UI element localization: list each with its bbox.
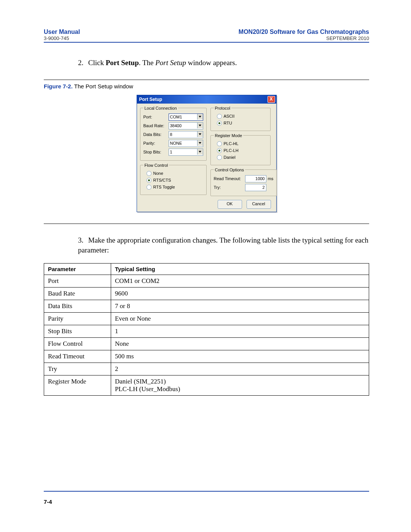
value-cell: 2 — [111, 363, 369, 375]
figure-label: Figure 7-2. — [44, 83, 73, 89]
read-timeout-input[interactable]: 1000 — [245, 175, 266, 182]
svg-marker-0 — [199, 116, 201, 117]
step-3-num: 3. — [78, 235, 86, 246]
register-mode-group: Register Mode PLC-HL PLC-LH Daniel — [210, 133, 271, 165]
value-cell: 1 — [111, 325, 369, 337]
table-row: Baud Rate9600 — [44, 287, 369, 300]
table-row: ParityEven or None — [44, 312, 369, 325]
protocol-legend: Protocol — [214, 106, 231, 110]
cancel-button[interactable]: Cancel — [247, 200, 271, 209]
protocol-ascii-radio[interactable]: ASCII — [217, 114, 267, 119]
dialog-title: Port Setup — [139, 97, 162, 102]
step-2-italic: Port Setup — [155, 59, 186, 67]
table-row: Data Bits7 or 8 — [44, 300, 369, 312]
table-row: Read Timeout500 ms — [44, 350, 369, 363]
chevron-down-icon — [197, 123, 203, 128]
page-subheader: 3-9000-745 SEPTEMBER 2010 — [44, 35, 369, 43]
page-number: 7-4 — [44, 498, 369, 505]
register-mode-legend: Register Mode — [214, 133, 244, 138]
flow-control-group: Flow Control None RTS/CTS RTS Toggle — [140, 163, 207, 195]
regmode-plclh-radio[interactable]: PLC-LH — [217, 148, 267, 153]
svg-marker-1 — [199, 125, 201, 126]
step-2-pre: Click — [88, 59, 106, 67]
parameter-table: Parameter Typical Setting PortCOM1 or CO… — [44, 263, 369, 396]
step-2: 2. Click Port Setup. The Port Setup wind… — [78, 58, 369, 68]
databits-select[interactable]: 8 — [169, 131, 203, 138]
footer-rule — [44, 491, 369, 492]
value-cell: COM1 or COM2 — [111, 275, 369, 287]
table-row: PortCOM1 or COM2 — [44, 275, 369, 287]
step-2-num: 2. — [78, 58, 86, 68]
parity-label: Parity: — [143, 141, 167, 145]
control-options-group: Control Options Read Timeout: 1000 ms Tr… — [210, 168, 277, 196]
doc-number: 3-9000-745 — [44, 35, 69, 41]
value-cell: Even or None — [111, 312, 369, 325]
value-cell: 500 ms — [111, 350, 369, 363]
figure-caption: Figure 7-2. The Port Setup window — [44, 83, 369, 89]
svg-marker-4 — [199, 151, 201, 152]
step-2-post: window appears. — [186, 59, 237, 67]
read-timeout-label: Read Timeout: — [214, 176, 244, 181]
protocol-group: Protocol ASCII RTU — [210, 106, 271, 131]
header-left: User Manual — [44, 29, 80, 35]
param-cell: Read Timeout — [44, 350, 111, 363]
local-connection-group: Local Connection Port: COM1 Baud Rate: 3… — [140, 106, 207, 161]
port-select[interactable]: COM1 — [169, 113, 203, 121]
control-options-legend: Control Options — [214, 168, 245, 172]
svg-marker-3 — [199, 142, 201, 144]
table-header-setting: Typical Setting — [111, 263, 369, 275]
param-cell: Data Bits — [44, 300, 111, 312]
port-setup-dialog: Port Setup X Local Connection Port: COM1 — [137, 95, 277, 212]
svg-marker-2 — [199, 133, 201, 135]
step-2-bold: Port Setup — [106, 59, 139, 67]
regmode-daniel-radio[interactable]: Daniel — [217, 155, 267, 160]
step-3-text: Make the appropriate configuration chang… — [78, 236, 368, 254]
param-cell: Flow Control — [44, 337, 111, 350]
baud-select[interactable]: 38400 — [169, 122, 203, 129]
step-3: 3. Make the appropriate configuration ch… — [78, 235, 369, 256]
baud-label: Baud Rate: — [143, 123, 167, 128]
param-cell: Register Mode — [44, 375, 111, 395]
protocol-rtu-radio[interactable]: RTU — [217, 121, 267, 126]
dialog-titlebar[interactable]: Port Setup X — [137, 95, 276, 104]
figure-rule-bottom — [44, 224, 369, 224]
try-input[interactable]: 2 — [245, 184, 266, 191]
close-button[interactable]: X — [268, 96, 275, 103]
stopbits-select[interactable]: 1 — [169, 149, 203, 156]
value-cell: 7 or 8 — [111, 300, 369, 312]
table-row: Stop Bits1 — [44, 325, 369, 337]
chevron-down-icon — [197, 140, 203, 146]
flow-control-legend: Flow Control — [143, 163, 169, 168]
read-timeout-unit: ms — [268, 176, 274, 181]
table-row: Flow ControlNone — [44, 337, 369, 350]
databits-label: Data Bits: — [143, 132, 167, 137]
stopbits-label: Stop Bits: — [143, 150, 167, 154]
flow-rtscts-radio[interactable]: RTS/CTS — [147, 178, 203, 183]
chevron-down-icon — [197, 114, 203, 120]
value-cell: 9600 — [111, 287, 369, 300]
param-cell: Parity — [44, 312, 111, 325]
chevron-down-icon — [197, 149, 203, 155]
param-cell: Baud Rate — [44, 287, 111, 300]
figure-caption-text: The Port Setup window — [73, 83, 133, 89]
regmode-plchl-radio[interactable]: PLC-HL — [217, 141, 267, 146]
param-cell: Port — [44, 275, 111, 287]
parity-select[interactable]: NONE — [169, 140, 203, 147]
param-cell: Stop Bits — [44, 325, 111, 337]
table-header-parameter: Parameter — [44, 263, 111, 275]
doc-date: SEPTEMBER 2010 — [326, 35, 369, 41]
figure-rule-top — [44, 80, 369, 80]
try-label: Try: — [214, 185, 244, 190]
port-label: Port: — [143, 115, 167, 119]
flow-rtstoggle-radio[interactable]: RTS Toggle — [147, 185, 203, 190]
chevron-down-icon — [197, 131, 203, 137]
param-cell: Try — [44, 363, 111, 375]
ok-button[interactable]: OK — [218, 200, 242, 209]
page-header: User Manual MON20/20 Software for Gas Ch… — [44, 29, 369, 35]
table-row: Try2 — [44, 363, 369, 375]
flow-none-radio[interactable]: None — [147, 171, 203, 176]
value-cell: None — [111, 337, 369, 350]
close-icon: X — [269, 96, 272, 102]
local-connection-legend: Local Connection — [143, 106, 178, 110]
header-right: MON20/20 Software for Gas Chromatographs — [239, 29, 369, 35]
